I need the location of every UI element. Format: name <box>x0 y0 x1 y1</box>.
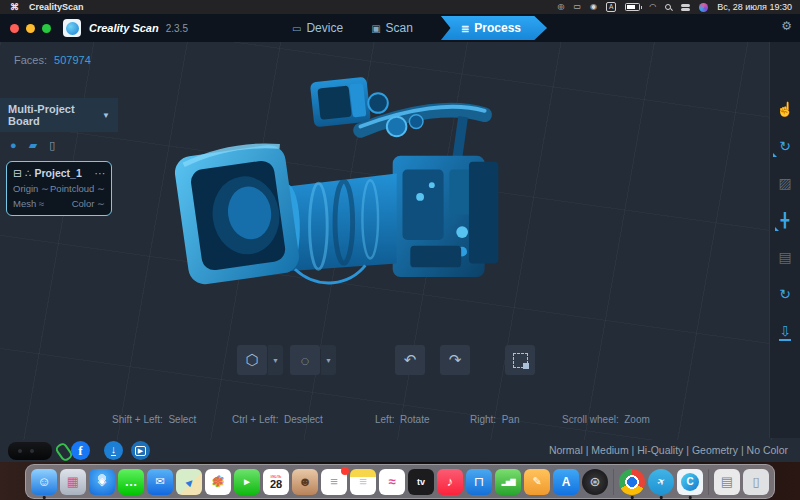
dock-photos[interactable]: ✽ <box>205 469 231 495</box>
texture-icon[interactable]: ▨ <box>778 176 791 190</box>
tree-icon: ∴ <box>25 167 32 179</box>
mesh-item[interactable]: Mesh ≈ <box>13 198 44 209</box>
dock-keynote[interactable]: ⊓ <box>466 469 492 495</box>
dock-facetime[interactable]: ► <box>234 469 260 495</box>
3d-viewport[interactable]: Faces: 507974 Multi-Project Board ▼ ● ▰ … <box>0 42 800 462</box>
dock-appstore[interactable]: A <box>553 469 579 495</box>
dock-shutter-app[interactable]: ⊛ <box>582 469 608 495</box>
pointcloud-item[interactable]: Pointcloud ∼ <box>50 183 105 194</box>
display-icon[interactable]: ▭ <box>573 3 581 11</box>
dock-chrome[interactable] <box>619 469 645 495</box>
control-center-icon[interactable] <box>681 4 690 11</box>
user-avatar[interactable] <box>699 3 708 12</box>
cloud-icon[interactable]: ● <box>10 140 17 151</box>
hint-pan: Right: Pan <box>470 414 519 425</box>
play-icon[interactable]: ◉ <box>590 3 597 11</box>
facebook-button[interactable]: f <box>71 441 90 460</box>
dock-messages[interactable]: … <box>118 469 144 495</box>
settings-gear-icon[interactable]: ⚙ <box>781 19 792 33</box>
menubar-app-name[interactable]: CrealityScan <box>29 2 84 12</box>
window-controls <box>0 24 51 33</box>
lasso-select-tool-button[interactable]: ◌ <box>290 345 320 375</box>
video-tutorial-button[interactable]: ▶ <box>131 441 150 460</box>
mesh-select-tool-button[interactable]: ⬡ <box>237 345 267 375</box>
dock-maps[interactable]: ► <box>176 469 202 495</box>
input-source-icon[interactable]: A <box>606 2 616 12</box>
edit-select-icon[interactable]: ☝ <box>776 102 793 116</box>
dock-downloads[interactable]: ▤ <box>714 469 740 495</box>
rect-select-button[interactable] <box>505 345 535 375</box>
project-menu-icon[interactable]: ⋯ <box>95 167 106 179</box>
battery-icon[interactable] <box>625 3 640 11</box>
dock-pages[interactable]: ✎ <box>524 469 550 495</box>
dock-contacts[interactable]: ☻ <box>292 469 318 495</box>
app-logo <box>63 19 81 37</box>
spotlight-search-icon[interactable] <box>665 4 672 11</box>
project-panel-title: Multi-Project Board <box>8 103 96 127</box>
reset-view-icon[interactable]: ↻ <box>779 287 791 301</box>
scan-tab-label: Scan <box>386 21 413 35</box>
wifi-icon[interactable]: ◠ <box>649 3 656 11</box>
lasso-tool-dropdown[interactable]: ▼ <box>321 345 336 375</box>
close-window-button[interactable] <box>10 24 19 33</box>
minimize-window-button[interactable] <box>26 24 35 33</box>
process-tab-label: Process <box>474 21 521 35</box>
dock-separator <box>613 469 614 495</box>
project-name: Project_1 <box>35 167 82 179</box>
dock-telegram[interactable]: ✈ <box>648 469 674 495</box>
dock-music[interactable]: ♪ <box>437 469 463 495</box>
origin-item[interactable]: Origin ∼ <box>13 183 49 194</box>
color-item[interactable]: Color ∼ <box>72 198 105 209</box>
background-image-icon[interactable]: ▤ <box>778 250 791 264</box>
dock-separator <box>708 469 709 495</box>
dock-reminders[interactable]: ≡ <box>321 469 347 495</box>
project-panel-header[interactable]: Multi-Project Board ▼ <box>0 98 118 132</box>
dock-fitness[interactable]: ≈ <box>379 469 405 495</box>
right-tool-sidebar: ☝ ↻ ▨ ╋ ▤ ↻ ⇩ <box>769 42 800 438</box>
dock-launchpad[interactable]: ▦ <box>60 469 86 495</box>
dock-trash[interactable]: ▯ <box>743 469 769 495</box>
dock-safari[interactable]: ◈ <box>89 469 115 495</box>
menubar-clock[interactable]: Вс, 28 июля 19:30 <box>717 2 792 12</box>
zoom-window-button[interactable] <box>42 24 51 33</box>
dock-mail[interactable]: ✉ <box>147 469 173 495</box>
download-button[interactable]: ↓ <box>104 441 123 460</box>
notification-badge <box>341 467 349 475</box>
dropdown-arrow-icon: ▼ <box>272 357 279 364</box>
faces-counter: Faces: 507974 <box>14 54 91 66</box>
align-crosshair-icon[interactable]: ╋ <box>781 213 789 227</box>
redo-icon: ↷ <box>449 351 462 369</box>
folder-icon[interactable]: ▰ <box>29 140 37 151</box>
tab-device[interactable]: ▭ Device <box>292 21 343 35</box>
play-icon: ▶ <box>135 446 146 456</box>
hint-rotate: Left: Rotate <box>375 414 429 425</box>
apple-menu-icon[interactable]: ⌘ <box>10 2 19 12</box>
hint-select: Shift + Left: Select <box>112 414 196 425</box>
dock-calendar[interactable]: июль 28 <box>263 469 289 495</box>
rotate-tool-icon[interactable]: ↻ <box>779 139 791 153</box>
quality-mode-switcher[interactable]: Normal | Medium | Hi-Quality | Geometry … <box>549 444 788 456</box>
mesh-tool-dropdown[interactable]: ▼ <box>268 345 283 375</box>
device-tab-icon: ▭ <box>292 23 301 34</box>
tab-process[interactable]: ≣ Process <box>441 16 547 40</box>
dock-numbers[interactable]: ▂▅▇ <box>495 469 521 495</box>
collapse-box-icon[interactable]: ⊟ <box>13 167 22 179</box>
app-title: Creality Scan <box>89 22 159 34</box>
redo-button[interactable]: ↷ <box>440 345 470 375</box>
running-dot <box>43 496 46 499</box>
device-tab-label: Device <box>306 21 343 35</box>
dock-appletv[interactable]: tv <box>408 469 434 495</box>
dock-notes[interactable]: ≡ <box>350 469 376 495</box>
dock-finder[interactable]: ☺ <box>31 469 57 495</box>
dock-creality-scan[interactable]: C <box>677 469 703 495</box>
tab-scan[interactable]: ▣ Scan <box>371 21 413 35</box>
project-card[interactable]: ⊟ ∴ Project_1 ⋯ Origin ∼ Pointcloud ∼ Me… <box>6 161 112 216</box>
undo-icon: ↶ <box>404 351 417 369</box>
device-icon[interactable]: ▯ <box>49 140 55 151</box>
project-panel-toolbar: ● ▰ ▯ <box>0 132 118 157</box>
export-icon[interactable]: ⇩ <box>779 324 791 341</box>
undo-button[interactable]: ↶ <box>395 345 425 375</box>
screen-record-icon[interactable]: ◎ <box>557 3 564 11</box>
crosshair-glyph: ╋ <box>781 212 789 228</box>
scan-tab-icon: ▣ <box>371 23 380 34</box>
